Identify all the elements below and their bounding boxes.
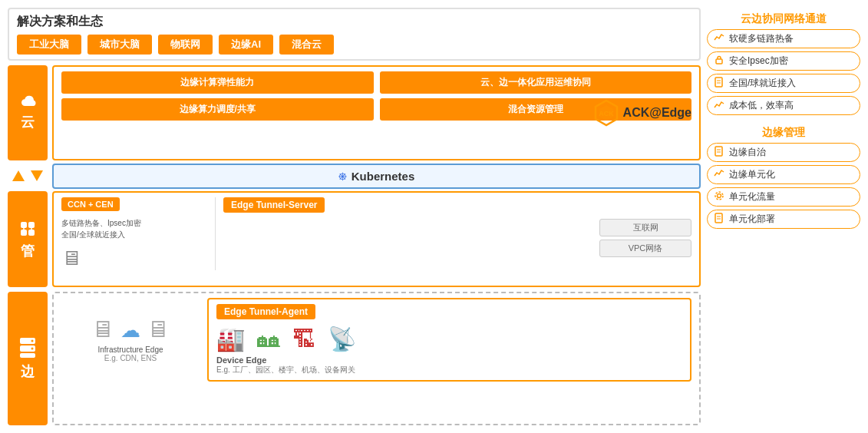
ack-edge-logo: ACK ACK@Edge	[592, 99, 691, 127]
sidebar-item-text: 单元化流量	[729, 190, 775, 203]
network-sidebar-item: 全国/球就近接入	[707, 74, 860, 93]
factory-icon: 🏭	[216, 326, 245, 352]
solution-tab[interactable]: 边缘AI	[219, 35, 273, 55]
svg-point-22	[715, 192, 723, 200]
solution-tab[interactable]: 物联网	[158, 35, 213, 55]
ccn-badge: CCN + CEN	[61, 197, 207, 214]
svg-rect-4	[28, 222, 35, 228]
infra-edge-panel: 🖥 ☁ 🖥 Infrastructure Edge E.g. CDN, ENS	[61, 298, 200, 382]
device-icons: 🏭 🏘 🏗	[216, 326, 682, 352]
mgmt-inner: CCN + CEN 多链路热备、Ipsec加密 全国/全球就近接入 🖥	[61, 197, 691, 270]
network-sidebar-item: 安全Ipsec加密	[707, 51, 860, 71]
sidebar-item-icon	[714, 146, 724, 159]
edge-inner: 🖥 ☁ 🖥 Infrastructure Edge E.g. CDN, ENS …	[61, 298, 691, 382]
ack-hex-icon: ACK	[592, 99, 620, 127]
sidebar-item-icon	[714, 213, 724, 226]
svg-rect-18	[715, 147, 722, 156]
network-sidebar-item: 成本低，效率高	[707, 96, 860, 115]
solution-tab[interactable]: 工业大脑	[17, 35, 81, 55]
antenna-icon: 📡	[328, 326, 356, 352]
antenna-icon-group: 📡	[328, 326, 356, 352]
mgmt-sidebar-item: 单元化部署	[707, 210, 860, 229]
mgmt-sidebar-item: 边缘自治	[707, 143, 860, 162]
sidebar-item-text: 边缘自治	[729, 146, 766, 159]
svg-point-12	[31, 339, 34, 342]
mgmt-content-box: CCN + CEN 多链路热备、Ipsec加密 全国/全球就近接入 🖥	[52, 191, 701, 286]
infra-icons: 🖥 ☁ 🖥	[91, 316, 170, 342]
solutions-title: 解决方案和生态	[17, 14, 691, 30]
three-rows: 云 边缘计算弹性能力 云、边一体化应用运维协同 边缘算力调度/共享 混合资源管理	[8, 65, 701, 425]
solutions-section: 解决方案和生态 工业大脑城市大脑物联网边缘AI混合云	[8, 8, 701, 61]
svg-rect-6	[28, 230, 35, 236]
mgmt-label: 管	[8, 191, 48, 286]
sidebar-item-text: 边缘单元化	[729, 168, 775, 181]
tunnel-agent-badge: Edge Tunnel-Agent	[216, 304, 315, 319]
mgmt-sidebar-item: 边缘单元化	[707, 165, 860, 184]
sidebar-item-text: 软硬多链路热备	[729, 32, 794, 45]
cloud-box-2: 云、边一体化应用运维协同	[380, 71, 692, 94]
k8s-label: Kubernetes	[351, 170, 415, 183]
device-edge-label: Device Edge	[216, 355, 682, 365]
mgmt-section-sidebar: 边缘管理 边缘自治边缘单元化单元化流量单元化部署	[707, 126, 860, 232]
ack-edge-text: ACK@Edge	[623, 106, 691, 120]
mgmt-right: Edge Tunnel-Server 互联网 VPC网络	[223, 197, 691, 270]
arrow-down-1	[31, 170, 43, 181]
arrow-up-1	[12, 170, 25, 181]
park-icon-group: 🏘	[257, 326, 280, 352]
server-icon-1: 🖥	[91, 316, 114, 342]
industrial-icon: 🏗	[292, 326, 315, 352]
device-edge-panel: Edge Tunnel-Agent 🏭 🏘	[207, 298, 691, 382]
sidebar-item-icon	[714, 190, 724, 203]
mgmt-sidebar-title: 边缘管理	[707, 126, 860, 140]
device-edge-sub: E.g. 工厂、园区、楼宇、机场、设备网关	[216, 365, 682, 375]
cloud-icon-blue: ☁	[120, 319, 140, 342]
park-icon: 🏘	[257, 326, 280, 352]
sidebar-item-icon	[714, 168, 724, 181]
mgmt-divider	[215, 197, 216, 270]
sidebar-item-text: 全国/球就近接入	[729, 77, 796, 90]
solution-tab[interactable]: 城市大脑	[87, 35, 152, 55]
svg-rect-23	[715, 213, 722, 223]
router-icon: 🖥	[61, 246, 207, 270]
sidebar-item-text: 成本低，效率高	[729, 99, 794, 112]
sidebar-item-icon	[714, 32, 724, 45]
cloud-content: 边缘计算弹性能力 云、边一体化应用运维协同 边缘算力调度/共享 混合资源管理 A…	[52, 65, 701, 160]
network-sidebar-item: 软硬多链路热备	[707, 29, 860, 48]
k8s-arrows	[8, 170, 48, 181]
mgmt-label-text: 管	[21, 242, 35, 260]
svg-rect-5	[21, 230, 27, 236]
svg-rect-15	[715, 78, 722, 87]
mgmt-left: CCN + CEN 多链路热备、Ipsec加密 全国/全球就近接入 🖥	[61, 197, 207, 270]
cloud-label-text: 云	[21, 113, 35, 131]
svg-point-21	[718, 194, 721, 198]
infra-label: Infrastructure Edge	[97, 345, 163, 354]
sidebar-item-icon	[714, 77, 724, 90]
cloud-icon	[17, 94, 38, 110]
k8s-icon: ⎈	[338, 168, 347, 184]
right-sidebar: 云边协同网络通道 软硬多链路热备安全Ipsec加密全国/球就近接入成本低，效率高…	[707, 8, 860, 425]
vpc-box: VPC网络	[599, 240, 691, 257]
cloud-box-1: 边缘计算弹性能力	[61, 71, 374, 94]
svg-rect-11	[20, 353, 35, 358]
network-boxes: 互联网 VPC网络	[223, 219, 691, 257]
mgmt-icon	[18, 219, 38, 239]
cloud-row: 云 边缘计算弹性能力 云、边一体化应用运维协同 边缘算力调度/共享 混合资源管理	[8, 65, 701, 160]
sidebar-item-icon	[714, 55, 724, 68]
sidebar-item-text: 单元化部署	[729, 213, 775, 226]
kubernetes-row: ⎈ Kubernetes	[8, 165, 701, 187]
industrial-icon-group: 🏗	[292, 326, 315, 352]
cloud-box-3: 边缘算力调度/共享	[61, 98, 374, 121]
edge-content-box: 🖥 ☁ 🖥 Infrastructure Edge E.g. CDN, ENS …	[52, 292, 701, 425]
svg-text:ACK: ACK	[599, 110, 614, 117]
ccn-label: CCN + CEN	[61, 197, 120, 211]
solution-tab[interactable]: 混合云	[279, 35, 334, 55]
edge-label-text: 边	[21, 362, 35, 381]
edge-label: 边	[8, 292, 48, 425]
tunnel-server-badge: Edge Tunnel-Server	[223, 197, 325, 213]
edge-row: 边 🖥 ☁ 🖥 Infrastru	[8, 292, 701, 425]
svg-point-13	[31, 347, 34, 349]
mgmt-row: 管 CCN + CEN 多链路热备、Ipsec加密 全国/全球就近接入	[8, 191, 701, 286]
infra-sub: E.g. CDN, ENS	[104, 354, 157, 362]
edge-icon	[18, 336, 38, 359]
svg-rect-3	[21, 222, 27, 228]
